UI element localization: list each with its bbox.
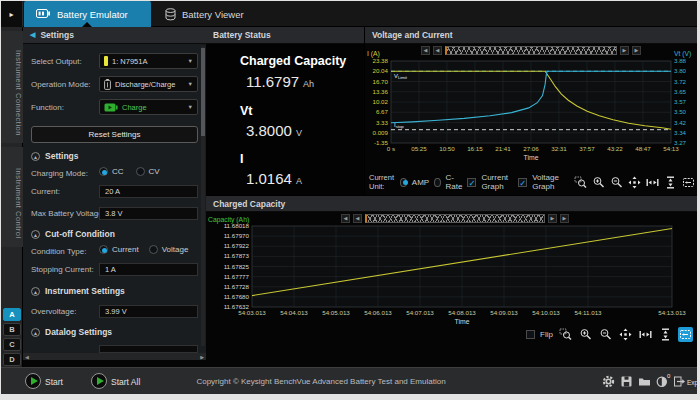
tracking-icon[interactable] [678, 327, 693, 342]
section-cutoff-condition[interactable]: ▲ Cut-off Condition [31, 229, 115, 239]
collapse-panel-arrow-icon[interactable]: ◀ [30, 31, 35, 39]
tab-label: Battery Emulator [57, 9, 128, 20]
vt-unit: V [296, 128, 302, 138]
pan-icon[interactable] [628, 175, 641, 190]
app-window: ▸ Battery Emulator Battery Viewer Instru… [1, 1, 697, 394]
zoom-out-icon[interactable] [598, 327, 613, 342]
rail-section-instrument-connection[interactable]: Instrument Connection [1, 31, 23, 143]
y-left-tick-label: 23.38 [373, 57, 389, 64]
battery-status-header: Battery Status [206, 27, 364, 44]
charged-capacity-title: Charged Capacity [213, 199, 285, 209]
left-rail: Instrument Connection Instrument Control… [1, 27, 23, 369]
operation-mode-label: Operation Mode: [31, 80, 91, 89]
scroll-right-arrow-icon[interactable]: ▶ [200, 354, 204, 360]
y-right-tick-label: 3.57 [674, 98, 687, 105]
y-left-tick-label: 10.02 [373, 98, 389, 105]
export-icon[interactable] [673, 375, 686, 388]
fit-horizontal-icon[interactable] [638, 327, 653, 342]
x-tick-label: 54:10.013 [532, 309, 560, 316]
bottom-bar: Start Start All Copyright © Keysight Ben… [1, 367, 697, 394]
x-tick-label: 21:41 [495, 145, 511, 152]
channel-button-d[interactable]: D [3, 353, 21, 366]
channel-button-a[interactable]: A [3, 308, 21, 321]
function-value: Charge [122, 103, 147, 112]
x-tick-label: 54:03.013 [238, 309, 266, 316]
i-label: I [240, 152, 243, 166]
flip-checkbox[interactable]: ✓ [526, 330, 535, 339]
radio-cv[interactable] [136, 167, 145, 176]
overvoltage-input[interactable]: 3.99 V [99, 305, 198, 318]
zoom-box-icon[interactable] [558, 327, 573, 342]
tab-battery-viewer[interactable]: Battery Viewer [153, 1, 269, 27]
current-value: 20 A [105, 187, 120, 196]
max-battery-voltage-label: Max Battery Voltage: [31, 209, 105, 218]
expand-arrow-icon: ▸ [9, 10, 13, 19]
voltage-graph-checkbox[interactable]: ✓ [518, 178, 527, 187]
rail-section-instrument-control[interactable]: Instrument Control [1, 147, 23, 247]
channel-label: C [9, 340, 14, 349]
radio-c-rate[interactable] [434, 178, 440, 187]
rail-label: Instrument Connection [1, 37, 23, 149]
radio-cc[interactable] [99, 167, 108, 176]
pan-icon[interactable] [618, 327, 633, 342]
battery-status-panel: Battery Status Charged Capacity 11.6797A… [206, 27, 364, 195]
screen: ▸ Battery Emulator Battery Viewer Instru… [0, 0, 700, 400]
x-tick-label: 27:06 [523, 145, 539, 152]
condition-type-radio-group: Current Voltage [99, 245, 188, 254]
gear-icon[interactable] [602, 375, 615, 388]
function-dropdown[interactable]: Charge ▼ [99, 99, 198, 115]
charged-capacity-label: Charged Capacity [240, 54, 346, 68]
radio-voltage[interactable] [149, 245, 158, 254]
fit-horizontal-icon[interactable] [646, 175, 659, 190]
folder-icon[interactable] [638, 375, 651, 388]
scroll-left-arrow-icon[interactable]: ◀ [25, 354, 29, 360]
radio-current[interactable] [99, 245, 108, 254]
export-label: Export [687, 379, 697, 386]
max-battery-voltage-input[interactable]: 3.8 V [99, 207, 198, 220]
y-left-tick-label: 11.67777 [224, 273, 250, 280]
settings-panel-header: ◀ Settings [23, 27, 206, 44]
settings-panel-title: Settings [40, 30, 74, 40]
battery-vertical-icon [104, 79, 111, 90]
settings-horizontal-scrollbar[interactable]: ◀ ▶ [23, 353, 206, 360]
settings-vertical-scrollbar[interactable] [201, 46, 205, 346]
x-tick-label: 16:15 [467, 145, 483, 152]
operation-mode-dropdown[interactable]: Discharge/Charge ▼ [99, 76, 198, 92]
channel-button-c[interactable]: C [3, 338, 21, 351]
operation-mode-value: Discharge/Charge [115, 80, 175, 89]
fit-vertical-icon[interactable] [664, 175, 677, 190]
channel-button-b[interactable]: B [3, 323, 21, 336]
radio-amp[interactable] [400, 178, 406, 187]
select-output-dropdown[interactable]: 1: N7951A ▼ [99, 53, 198, 69]
x-tick-label: 43:22 [607, 145, 623, 152]
section-datalog-settings[interactable]: ▲ Datalog Settings [31, 327, 112, 337]
scrollbar-thumb[interactable] [201, 48, 205, 136]
reset-settings-button[interactable]: Reset Settings [31, 126, 198, 143]
save-icon[interactable] [620, 375, 633, 388]
battery-status-title: Battery Status [213, 30, 271, 40]
section-instrument-settings[interactable]: ▲ Instrument Settings [31, 286, 125, 296]
zoom-out-icon[interactable] [610, 175, 623, 190]
zoom-in-icon[interactable] [592, 175, 605, 190]
section-settings[interactable]: ▲ Settings [31, 151, 79, 161]
tab-battery-emulator[interactable]: Battery Emulator [24, 1, 151, 27]
y-left-tick-label: 11.67922 [224, 242, 250, 249]
overvoltage-value: 3.99 V [105, 307, 127, 316]
zoom-box-icon[interactable] [574, 175, 587, 190]
vt-value: 3.8000V [246, 122, 302, 139]
expand-sidebar-button[interactable]: ▸ [1, 1, 23, 27]
current-input[interactable]: 20 A [99, 185, 198, 198]
fit-vertical-icon[interactable] [658, 327, 673, 342]
datalog-partial-input[interactable] [99, 345, 198, 353]
x-tick-label: 54:05.013 [322, 309, 350, 316]
vt-label: Vt [240, 104, 253, 118]
copyright-text: Copyright © Keysight BenchVue Advanced B… [1, 377, 641, 386]
current-graph-checkbox[interactable]: ✓ [467, 178, 476, 187]
y-left-tick-label: 20.04 [373, 67, 389, 74]
y-right-tick-label: 3.80 [674, 67, 687, 74]
tracking-icon[interactable] [682, 175, 695, 190]
zoom-in-icon[interactable] [578, 327, 593, 342]
x-tick-label: 37:57 [579, 145, 595, 152]
stopping-current-input[interactable]: 1 A [99, 263, 198, 276]
battery-green-icon [104, 103, 118, 112]
